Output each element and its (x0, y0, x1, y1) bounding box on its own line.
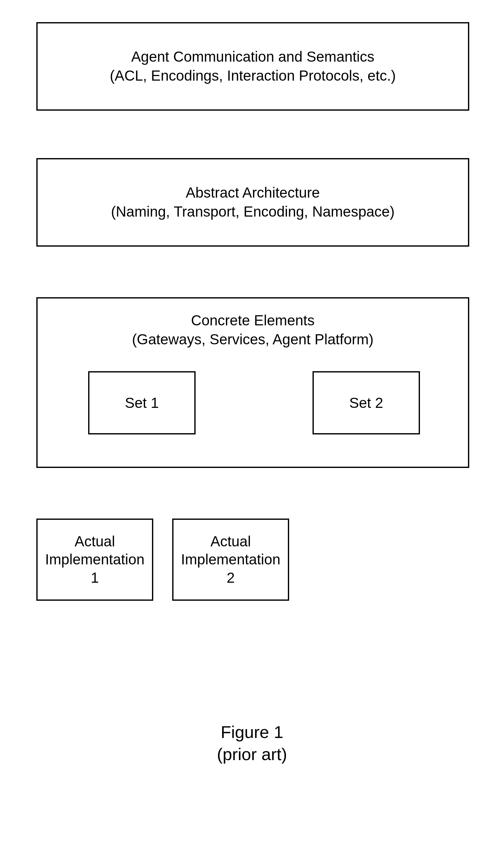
layer-concrete-elements: Concrete Elements (Gateways, Services, A… (36, 297, 469, 468)
implementations-row: Actual Implementation 1 Actual Implement… (36, 518, 289, 601)
impl1-line1: Actual (75, 532, 115, 551)
impl1-line2: Implementation (45, 550, 145, 569)
set-2-box: Set 2 (312, 371, 420, 435)
layer2-title: Abstract Architecture (186, 183, 320, 202)
actual-implementation-2: Actual Implementation 2 (172, 518, 289, 601)
layer1-subtitle: (ACL, Encodings, Interaction Protocols, … (110, 66, 396, 85)
diagram-canvas: Agent Communication and Semantics (ACL, … (0, 0, 504, 848)
caption-line2: (prior art) (0, 743, 504, 765)
layer-abstract-architecture: Abstract Architecture (Naming, Transport… (36, 158, 469, 247)
impl2-line2: Implementation (181, 550, 281, 569)
set-1-box: Set 1 (88, 371, 196, 435)
layer3-subtitle: (Gateways, Services, Agent Platform) (132, 330, 374, 349)
layer3-title: Concrete Elements (191, 311, 314, 330)
layer-agent-communication: Agent Communication and Semantics (ACL, … (36, 22, 469, 111)
caption-line1: Figure 1 (0, 721, 504, 743)
set-2-label: Set 2 (349, 394, 383, 411)
set-1-label: Set 1 (125, 394, 159, 411)
impl2-line3: 2 (227, 569, 235, 587)
figure-caption: Figure 1 (prior art) (0, 721, 504, 765)
layer1-title: Agent Communication and Semantics (131, 48, 375, 66)
actual-implementation-1: Actual Implementation 1 (36, 518, 153, 601)
impl1-line3: 1 (91, 569, 99, 587)
sets-row: Set 1 Set 2 (88, 371, 420, 435)
impl2-line1: Actual (211, 532, 251, 551)
layer2-subtitle: (Naming, Transport, Encoding, Namespace) (111, 202, 394, 221)
